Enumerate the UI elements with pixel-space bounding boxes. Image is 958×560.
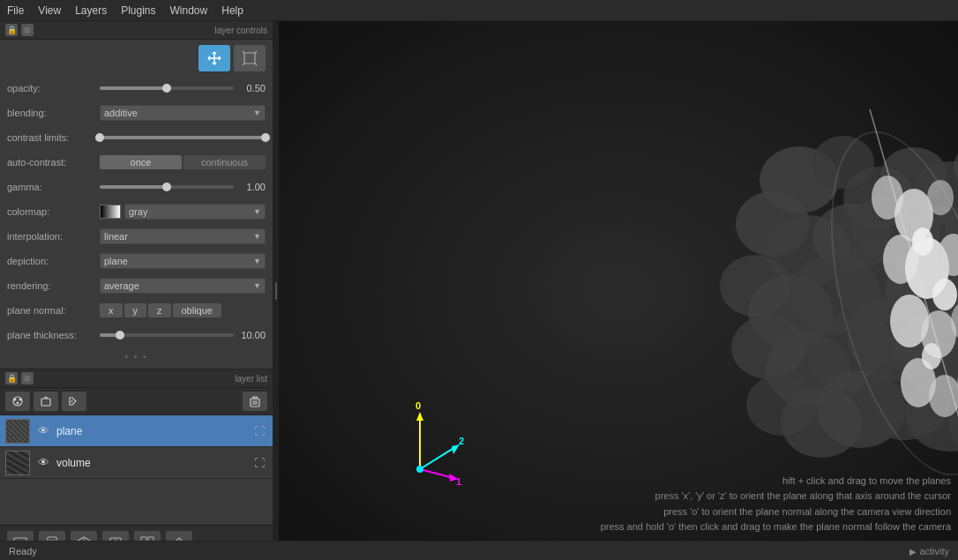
- depiction-select[interactable]: plane ▼: [100, 253, 266, 269]
- svg-point-3: [19, 399, 22, 401]
- layer-actions: [0, 388, 273, 415]
- menu-window[interactable]: Window: [163, 3, 215, 19]
- colormap-label: colormap:: [7, 206, 100, 217]
- layer-item-plane[interactable]: 👁 plane ⛶: [0, 415, 273, 447]
- rendering-value: average: [104, 280, 139, 291]
- contrast-label: contrast limits:: [7, 132, 100, 143]
- move-button[interactable]: [198, 45, 230, 71]
- layer-controls-title: layer controls: [215, 26, 267, 35]
- plane-thickness-row: plane thickness: 10.00: [7, 325, 266, 345]
- interpolation-arrow-icon: ▼: [253, 232, 261, 241]
- add-points-button[interactable]: [5, 392, 30, 411]
- layer-eye-volume[interactable]: 👁: [35, 455, 51, 471]
- panel-header-icons: 🔒 ⊞: [5, 24, 34, 36]
- resizer-handle: [275, 282, 277, 300]
- layer-name-plane: plane: [56, 425, 246, 437]
- interpolation-row: interpolation: linear ▼: [7, 227, 266, 246]
- svg-point-62: [927, 180, 954, 215]
- colormap-select[interactable]: gray ▼: [124, 204, 266, 220]
- depiction-value: plane: [104, 256, 128, 266]
- hint-overlay: hift + click and drag to move the planes…: [601, 474, 951, 535]
- menu-plugins[interactable]: Plugins: [114, 3, 162, 19]
- statusbar: Ready ▶ activity: [0, 541, 958, 560]
- layer-list-lock-icon[interactable]: 🔒: [5, 372, 18, 385]
- layer-eye-plane[interactable]: 👁: [35, 423, 51, 439]
- blending-label: blending:: [7, 108, 100, 118]
- contrast-slider[interactable]: [100, 136, 266, 139]
- rendering-select[interactable]: average ▼: [100, 278, 266, 294]
- layer-expand-volume-icon[interactable]: ⛶: [251, 455, 267, 471]
- top-action-buttons: [7, 45, 266, 71]
- plane-normal-y-button[interactable]: y: [124, 303, 147, 317]
- plane-thickness-slider[interactable]: [100, 333, 234, 337]
- layer-expand-plane-icon[interactable]: ⛶: [251, 423, 267, 439]
- svg-text:0: 0: [415, 400, 421, 411]
- rendering-arrow-icon: ▼: [253, 281, 261, 290]
- menu-layers[interactable]: Layers: [68, 3, 114, 19]
- depiction-arrow-icon: ▼: [253, 257, 261, 265]
- colormap-value: gray: [129, 206, 147, 217]
- status-text: Ready: [9, 546, 37, 556]
- autocontrast-row: auto-contrast: once continuous: [7, 153, 266, 172]
- svg-text:1: 1: [456, 476, 461, 487]
- layer-list-grid-icon[interactable]: ⊞: [21, 372, 34, 385]
- panel-lock-icon[interactable]: 🔒: [5, 24, 18, 36]
- activity-label: activity: [919, 546, 949, 556]
- hint-line-1: hift + click and drag to move the planes: [601, 474, 951, 489]
- blending-select[interactable]: additive ▼: [100, 105, 266, 121]
- add-shapes-button[interactable]: [34, 392, 58, 411]
- layer-controls-header: 🔒 ⊞ layer controls: [0, 21, 273, 40]
- opacity-value: 0.50: [234, 83, 266, 93]
- svg-rect-4: [41, 399, 50, 406]
- interpolation-value: linear: [104, 231, 128, 242]
- autocontrast-once-button[interactable]: once: [100, 155, 182, 169]
- layer-item-volume[interactable]: 👁 volume ⛶: [0, 447, 273, 479]
- layer-list-title: layer list: [235, 374, 267, 384]
- plane-normal-x-button[interactable]: x: [100, 303, 123, 317]
- hint-line-4: press and hold 'o' then click and drag t…: [601, 519, 951, 535]
- layer-list-header: 🔒 ⊞ layer list: [0, 370, 273, 388]
- left-panel: 🔒 ⊞ layer controls opacity:: [0, 21, 273, 560]
- interpolation-select[interactable]: linear ▼: [100, 228, 266, 244]
- dots-divider: • • •: [7, 350, 266, 363]
- depiction-label: depiction:: [7, 256, 100, 266]
- svg-marker-81: [416, 412, 423, 421]
- svg-line-83: [420, 447, 455, 469]
- controls-section: opacity: 0.50 blending: additive ▼: [0, 40, 273, 369]
- menu-file[interactable]: File: [0, 3, 31, 19]
- add-labels-button[interactable]: [62, 392, 86, 411]
- panel-grid-icon[interactable]: ⊞: [21, 24, 34, 36]
- layer-list-section: 🔒 ⊞ layer list: [0, 369, 273, 525]
- svg-point-89: [416, 466, 423, 473]
- delete-layer-button[interactable]: [243, 392, 267, 411]
- gamma-label: gamma:: [7, 182, 100, 192]
- transform-button[interactable]: [234, 45, 266, 71]
- plane-thickness-label: plane thickness:: [7, 330, 100, 340]
- plane-thickness-value: 10.00: [234, 330, 266, 340]
- activity-text: ▶ activity: [909, 546, 949, 556]
- axis-indicator: 0 2 1: [385, 399, 473, 489]
- interpolation-label: interpolation:: [7, 231, 100, 242]
- svg-point-5: [71, 400, 73, 402]
- gamma-slider[interactable]: [100, 185, 234, 189]
- viewport[interactable]: 0 2 1 hift + click and drag to move the …: [279, 21, 958, 560]
- opacity-label: opacity:: [7, 83, 100, 93]
- gamma-value: 1.00: [234, 182, 266, 192]
- autocontrast-continuous-button[interactable]: continuous: [183, 155, 266, 169]
- svg-line-86: [420, 469, 453, 478]
- plane-normal-label: plane normal:: [7, 305, 100, 316]
- layer-name-volume: volume: [56, 457, 246, 469]
- opacity-slider[interactable]: [100, 86, 234, 90]
- colormap-preview: [100, 205, 121, 219]
- menu-view[interactable]: View: [31, 3, 68, 19]
- autocontrast-label: auto-contrast:: [7, 157, 100, 168]
- plane-normal-row: plane normal: x y z oblique: [7, 301, 266, 320]
- menu-help[interactable]: Help: [214, 3, 251, 19]
- blending-arrow-icon: ▼: [253, 108, 261, 117]
- activity-arrow-icon: ▶: [909, 547, 917, 556]
- plane-normal-oblique-button[interactable]: oblique: [173, 303, 221, 317]
- svg-point-73: [932, 279, 957, 310]
- plane-normal-z-button[interactable]: z: [148, 303, 171, 317]
- hint-line-3: press 'o' to orient the plane normal alo…: [601, 504, 951, 520]
- viz-canvas: 0 2 1 hift + click and drag to move the …: [279, 21, 958, 560]
